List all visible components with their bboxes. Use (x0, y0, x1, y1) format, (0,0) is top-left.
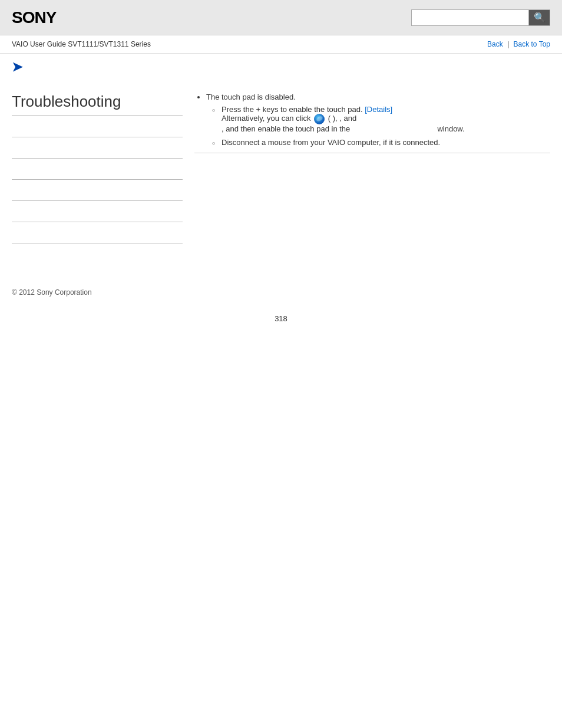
breadcrumb-bar: VAIO User Guide SVT1111/SVT1311 Series B… (0, 35, 562, 54)
chevron-icon: ➤ (12, 60, 22, 74)
sub-item-1-suffix: keys to enable the touch pad. (263, 105, 363, 114)
sidebar-nav-item-6[interactable] (12, 222, 183, 243)
details-link[interactable]: [Details] (365, 105, 392, 114)
key-combo: + (256, 105, 263, 114)
page-number: 318 (0, 302, 562, 335)
sub-list-item-1: Press the + keys to enable the touch pad… (212, 105, 550, 133)
sub-list-item-2: Disconnect a mouse from your VAIO comput… (212, 138, 550, 147)
sidebar: Troubleshooting (12, 93, 183, 265)
search-button[interactable]: 🔍 (529, 9, 550, 26)
guide-title: VAIO User Guide SVT1111/SVT1311 Series (12, 40, 151, 48)
copyright-text: © 2012 Sony Corporation (12, 288, 92, 297)
sub-item-1-alt-suffix: , and then enable the touch pad in the (222, 124, 350, 133)
sub-list: Press the + keys to enable the touch pad… (212, 105, 550, 147)
sony-logo: SONY (12, 8, 56, 27)
sub-item-1-alt-prefix: Alternatively, you can click (222, 114, 311, 123)
main-list-item-1: The touch pad is disabled. Press the + k… (206, 93, 550, 147)
content-area: The touch pad is disabled. Press the + k… (194, 87, 550, 265)
windows-start-icon (314, 114, 325, 124)
nav-separator: | (507, 40, 509, 48)
chevron-section: ➤ (0, 54, 562, 75)
sub-item-1-alt-mid: ( ), (328, 114, 338, 123)
sidebar-nav (12, 116, 183, 265)
search-input[interactable] (411, 9, 529, 26)
sidebar-nav-item-1[interactable] (12, 116, 183, 137)
page-footer: © 2012 Sony Corporation (0, 276, 562, 302)
back-to-top-link[interactable]: Back to Top (514, 40, 550, 48)
sidebar-nav-item-5[interactable] (12, 201, 183, 222)
main-list: The touch pad is disabled. Press the + k… (206, 93, 550, 147)
bullet-1-text: The touch pad is disabled. (206, 93, 296, 101)
sub-item-1-prefix: Press the (222, 105, 254, 114)
page-header: SONY 🔍 (0, 0, 562, 35)
back-link[interactable]: Back (487, 40, 503, 48)
sidebar-nav-item-3[interactable] (12, 159, 183, 180)
sidebar-nav-item-4[interactable] (12, 180, 183, 201)
nav-links: Back | Back to Top (487, 40, 550, 48)
sub-item-1-alt-and: , and (339, 114, 356, 123)
content-divider (194, 153, 550, 153)
search-icon: 🔍 (534, 12, 546, 23)
sub-item-2-text: Disconnect a mouse from your VAIO comput… (222, 138, 440, 147)
header-search-area: 🔍 (411, 9, 550, 26)
sidebar-nav-item-2[interactable] (12, 137, 183, 159)
main-content: Troubleshooting The touch pad is disable… (0, 75, 562, 276)
sidebar-nav-item-7[interactable] (12, 243, 183, 265)
sub-item-1-alt-end: window. (437, 124, 464, 133)
sidebar-title: Troubleshooting (12, 93, 183, 116)
